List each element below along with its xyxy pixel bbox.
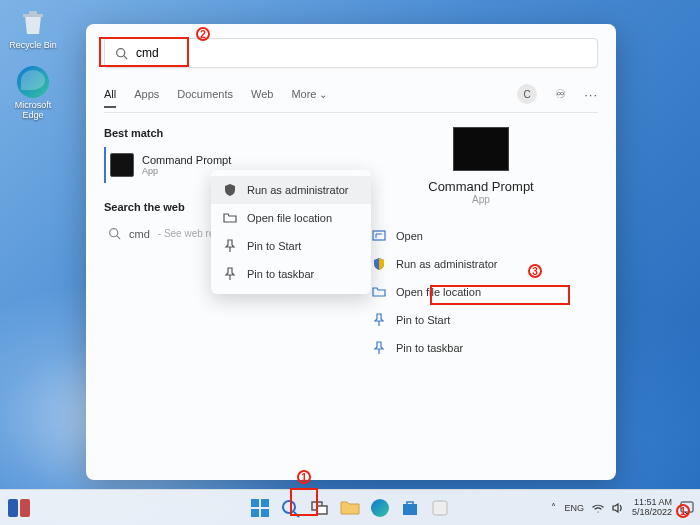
shield-icon	[372, 257, 386, 271]
store-button[interactable]	[398, 496, 422, 520]
action-open-location[interactable]: Open file location	[364, 279, 598, 305]
svg-rect-15	[433, 501, 447, 515]
context-menu: Run as administrator Open file location …	[211, 170, 371, 294]
desktop-icon-recycle-bin[interactable]: Recycle Bin	[6, 6, 60, 50]
search-button[interactable]	[278, 496, 302, 520]
action-pin-taskbar[interactable]: Pin to taskbar	[364, 335, 598, 361]
detail-pane: Command Prompt App Open Run as administr…	[334, 127, 598, 361]
detail-app-icon	[453, 127, 509, 171]
open-icon	[372, 229, 386, 243]
recycle-bin-icon	[17, 6, 49, 38]
taskbar-center	[248, 496, 452, 520]
system-tray: ˄ ENG 11:51 AM 5/18/2022	[551, 498, 694, 518]
ctx-pin-taskbar[interactable]: Pin to taskbar	[211, 260, 371, 288]
pin-icon	[372, 341, 386, 355]
ctx-open-location[interactable]: Open file location	[211, 204, 371, 232]
wifi-icon[interactable]	[592, 503, 604, 513]
result-title: Command Prompt	[142, 154, 231, 166]
edge-icon	[17, 66, 49, 98]
annotation-1: 1	[297, 470, 311, 484]
detail-app-sub: App	[364, 194, 598, 205]
web-result-term: cmd	[129, 228, 150, 240]
search-icon	[115, 47, 128, 60]
tab-documents[interactable]: Documents	[177, 88, 233, 100]
svg-rect-5	[373, 231, 385, 240]
annotation-3: 3	[528, 264, 542, 278]
svg-line-11	[294, 512, 299, 517]
svg-point-10	[283, 501, 295, 513]
search-icon	[108, 227, 121, 240]
svg-rect-7	[261, 499, 269, 507]
folder-icon	[223, 211, 237, 225]
search-input-container[interactable]	[104, 38, 598, 68]
pin-icon	[223, 239, 237, 253]
ctx-pin-start[interactable]: Pin to Start	[211, 232, 371, 260]
folder-icon	[372, 285, 386, 299]
svg-rect-13	[317, 506, 327, 514]
taskbar: ˄ ENG 11:51 AM 5/18/2022	[0, 489, 700, 525]
search-input[interactable]	[136, 46, 587, 60]
desktop-icon-edge[interactable]: Microsoft Edge	[6, 66, 60, 120]
desktop-icon-label: Recycle Bin	[6, 40, 60, 50]
svg-rect-9	[261, 509, 269, 517]
volume-icon[interactable]	[612, 503, 624, 513]
action-pin-start[interactable]: Pin to Start	[364, 307, 598, 333]
tray-lang[interactable]: ENG	[564, 503, 584, 513]
more-icon[interactable]: ···	[584, 87, 598, 102]
svg-line-4	[117, 236, 120, 239]
tab-web[interactable]: Web	[251, 88, 273, 100]
shield-icon	[223, 183, 237, 197]
widgets-button[interactable]	[8, 499, 30, 517]
svg-point-1	[117, 48, 125, 56]
action-run-admin[interactable]: Run as administrator	[364, 251, 598, 277]
tab-apps[interactable]: Apps	[134, 88, 159, 100]
task-view-button[interactable]	[308, 496, 332, 520]
desktop-icon-label: Microsoft Edge	[6, 100, 60, 120]
detail-app-name: Command Prompt	[364, 179, 598, 194]
cmd-icon	[110, 153, 134, 177]
options-icon[interactable]: ♾	[555, 87, 566, 101]
svg-rect-14	[403, 504, 417, 515]
clock[interactable]: 11:51 AM 5/18/2022	[632, 498, 672, 518]
annotation-corner: 1	[676, 504, 690, 518]
pin-icon	[372, 313, 386, 327]
svg-point-3	[110, 229, 118, 237]
start-button[interactable]	[248, 496, 272, 520]
svg-rect-6	[251, 499, 259, 507]
tab-all[interactable]: All	[104, 88, 116, 108]
edge-button[interactable]	[368, 496, 392, 520]
tray-chevron-icon[interactable]: ˄	[551, 502, 556, 513]
svg-rect-8	[251, 509, 259, 517]
pin-icon	[223, 267, 237, 281]
search-tabs: All Apps Documents Web More C ♾ ···	[104, 84, 598, 113]
svg-line-2	[124, 55, 127, 58]
annotation-2: 2	[196, 27, 210, 41]
explorer-button[interactable]	[338, 496, 362, 520]
svg-rect-0	[29, 11, 37, 14]
action-open[interactable]: Open	[364, 223, 598, 249]
tab-more[interactable]: More	[291, 88, 327, 100]
app-button[interactable]	[428, 496, 452, 520]
user-avatar[interactable]: C	[517, 84, 537, 104]
ctx-run-admin[interactable]: Run as administrator	[211, 176, 371, 204]
best-match-header: Best match	[104, 127, 334, 139]
